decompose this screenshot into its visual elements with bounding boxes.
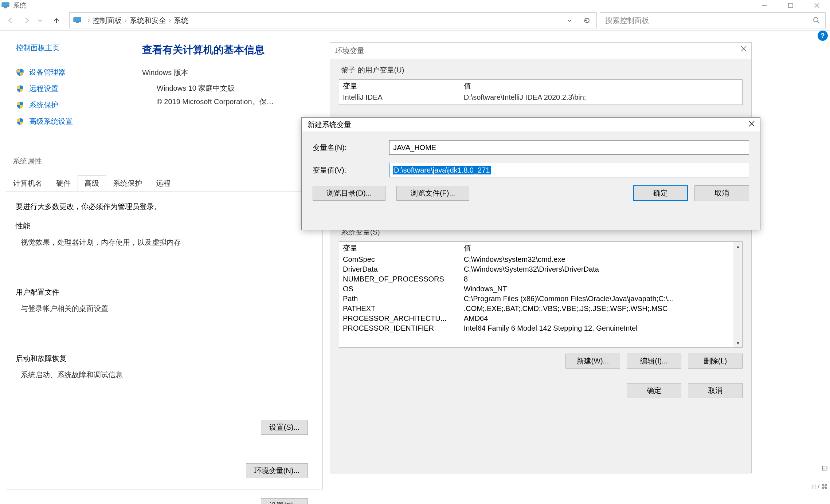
system-properties-dialog: 系统属性 计算机名 硬件 高级 系统保护 远程 要进行大多数更改，你必须作为管理…: [6, 151, 323, 489]
performance-group-title: 性能: [16, 221, 313, 231]
device-manager-link[interactable]: 设备管理器: [16, 67, 142, 77]
nav-back[interactable]: [4, 14, 17, 27]
performance-group-body: 视觉效果，处理器计划，内存使用，以及虚拟内存: [21, 237, 313, 247]
var-name-label: 变量名(N):: [313, 143, 389, 153]
help-icon[interactable]: ?: [818, 31, 828, 41]
partial-text: rl / ⌘: [812, 483, 828, 491]
environment-variables-button[interactable]: 环境变量(N)...: [246, 463, 308, 478]
nav-recent[interactable]: [36, 14, 44, 27]
sys-new-button[interactable]: 新建(W)...: [565, 354, 620, 369]
var-value-label: 变量值(V):: [313, 165, 389, 175]
var-value-input[interactable]: D:\software\java\jdk1.8.0_271: [389, 163, 749, 177]
dialog-title: 新建系统变量: [308, 120, 351, 130]
table-row: OSWindows_NT: [339, 284, 742, 294]
window-maximize[interactable]: [778, 0, 804, 11]
startup-group-title: 启动和故障恢复: [16, 354, 313, 363]
svg-rect-6: [74, 17, 81, 22]
table-row: NUMBER_OF_PROCESSORS8: [339, 274, 742, 284]
monitor-icon: [1, 2, 9, 9]
dialog-title: 环境变量: [335, 46, 364, 56]
chevron-right-icon[interactable]: ›: [168, 17, 172, 24]
control-panel-home-link[interactable]: 控制面板主页: [16, 43, 142, 53]
profiles-group-title: 用户配置文件: [16, 287, 313, 297]
scrollbar[interactable]: ▴▾: [733, 242, 742, 347]
shield-icon: [16, 117, 24, 126]
tab-system-protection[interactable]: 系统保护: [106, 175, 149, 192]
env-ok-button[interactable]: 确定: [627, 383, 681, 398]
col-value[interactable]: 值: [460, 242, 742, 255]
breadcrumb[interactable]: 控制面板: [91, 16, 123, 25]
shield-icon: [16, 68, 24, 77]
performance-settings-button[interactable]: 设置(S)...: [261, 420, 308, 435]
tab-advanced[interactable]: 高级: [78, 175, 106, 192]
remote-settings-link[interactable]: 远程设置: [16, 84, 142, 94]
sys-edit-button[interactable]: 编辑(I)...: [627, 354, 681, 369]
link-label: 远程设置: [29, 84, 58, 94]
search-placeholder: 搜索控制面板: [605, 16, 649, 25]
address-bar[interactable]: › 控制面板 › 系统和安全 › 系统: [69, 12, 597, 28]
env-cancel-button[interactable]: 取消: [688, 383, 743, 398]
sys-delete-button[interactable]: 删除(L): [688, 354, 743, 369]
search-input[interactable]: 搜索控制面板: [600, 12, 826, 28]
link-label: 系统保护: [29, 100, 58, 110]
newvar-cancel-button[interactable]: 取消: [694, 185, 749, 201]
close-icon[interactable]: [740, 46, 747, 52]
window-close[interactable]: [804, 0, 830, 11]
table-row: DriverDataC:\Windows\System32\Drivers\Dr…: [339, 264, 742, 274]
window-minimize[interactable]: [751, 0, 778, 11]
shield-icon: [16, 84, 24, 93]
breadcrumb[interactable]: 系统: [172, 16, 190, 25]
profiles-group-body: 与登录帐户相关的桌面设置: [21, 304, 313, 314]
breadcrumb[interactable]: 系统和安全: [128, 16, 168, 25]
tab-remote[interactable]: 远程: [149, 175, 177, 192]
svg-rect-0: [2, 3, 9, 7]
refresh-button[interactable]: [577, 13, 596, 28]
link-label: 高级系统设置: [29, 117, 73, 126]
startup-group-body: 系统启动、系统故障和调试信息: [21, 370, 313, 380]
chevron-right-icon[interactable]: ›: [123, 17, 128, 24]
browse-file-button[interactable]: 浏览文件(F)...: [396, 186, 469, 201]
chevron-down-icon[interactable]: ▾: [737, 339, 739, 347]
chevron-right-icon[interactable]: ›: [86, 17, 91, 24]
system-vars-table[interactable]: 变量值 ComSpecC:\Windows\system32\cmd.exe D…: [339, 241, 743, 348]
right-edge-strip: EI rl / ⌘: [812, 42, 830, 504]
link-label: 设备管理器: [29, 67, 66, 77]
shield-icon: [16, 101, 24, 110]
new-system-variable-dialog: 新建系统变量 变量名(N): 变量值(V): D:\software\java\…: [301, 117, 760, 230]
user-vars-table[interactable]: 变量值 IntelliJ IDEAD:\software\IntelliJ ID…: [339, 79, 743, 105]
user-vars-label: 黎子 的用户变量(U): [341, 65, 743, 75]
col-variable[interactable]: 变量: [339, 80, 460, 92]
table-row: PROCESSOR_IDENTIFIERIntel64 Family 6 Mod…: [339, 323, 742, 333]
partial-text: EI: [822, 465, 828, 472]
table-row: PATHEXT.COM;.EXE;.BAT;.CMD;.VBS;.VBE;.JS…: [339, 304, 742, 314]
admin-note: 要进行大多数更改，你必须作为管理员登录。: [16, 202, 313, 212]
dialog-title: 系统属性: [6, 151, 322, 171]
svg-line-9: [818, 21, 819, 23]
tab-computer-name[interactable]: 计算机名: [6, 175, 49, 192]
nav-forward[interactable]: [20, 14, 33, 27]
svg-rect-1: [4, 7, 7, 8]
close-icon[interactable]: [748, 121, 755, 127]
table-row: PROCESSOR_ARCHITECTU...AMD64: [339, 314, 742, 323]
col-variable[interactable]: 变量: [339, 242, 460, 255]
table-row: PathC:\Program Files (x86)\Common Files\…: [339, 294, 742, 304]
col-value[interactable]: 值: [460, 80, 742, 92]
window-title: 系统: [13, 1, 26, 10]
svg-rect-7: [76, 22, 79, 23]
chevron-up-icon[interactable]: ▴: [737, 242, 739, 251]
profiles-settings-button[interactable]: 设置(E)...: [261, 498, 308, 504]
system-protection-link[interactable]: 系统保护: [16, 100, 142, 110]
search-icon: [813, 17, 820, 24]
environment-variables-dialog: 环境变量 黎子 的用户变量(U) 变量值 IntelliJ IDEAD:\sof…: [330, 42, 752, 473]
address-dropdown[interactable]: [562, 13, 577, 28]
advanced-system-settings-link[interactable]: 高级系统设置: [16, 117, 142, 126]
table-row: ComSpecC:\Windows\system32\cmd.exe: [339, 255, 742, 264]
tab-hardware[interactable]: 硬件: [49, 175, 78, 192]
newvar-ok-button[interactable]: 确定: [633, 185, 688, 201]
var-name-input[interactable]: [389, 140, 749, 155]
nav-up[interactable]: [50, 14, 63, 27]
browse-directory-button[interactable]: 浏览目录(D)...: [313, 186, 385, 201]
svg-point-8: [814, 17, 818, 22]
svg-rect-3: [788, 3, 793, 8]
table-row: IntelliJ IDEAD:\software\IntelliJ IDEA 2…: [339, 92, 742, 102]
